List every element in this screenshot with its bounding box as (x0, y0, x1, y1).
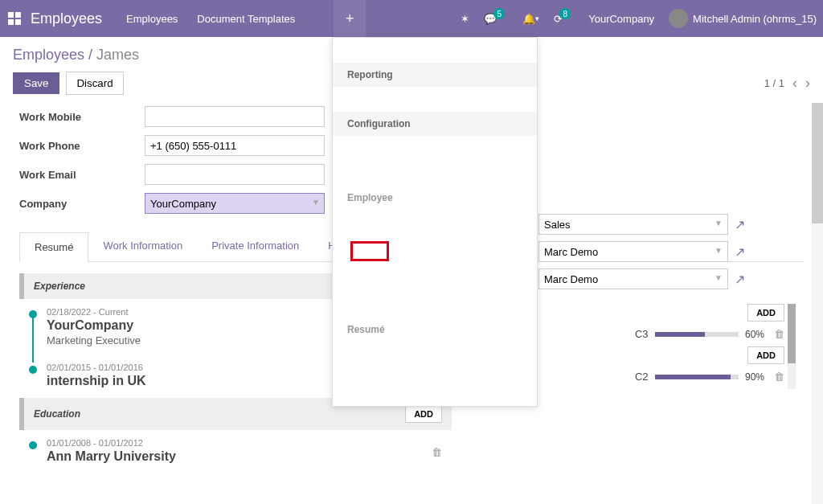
chevron-down-icon[interactable]: ▼ (312, 198, 320, 207)
add-education-button[interactable]: ADD (405, 405, 442, 423)
delete-icon[interactable]: 🗑 (774, 371, 784, 383)
save-button[interactable]: Save (13, 72, 59, 94)
activity-badge: 8 (559, 8, 571, 19)
chat-icon[interactable]: 💬5 (484, 13, 508, 25)
delete-icon[interactable]: 🗑 (774, 328, 784, 340)
skill-add-row: ADD (538, 304, 784, 322)
tab-private-info[interactable]: Private Information (197, 232, 313, 261)
chevron-down-icon[interactable]: ▼ (714, 246, 723, 255)
skill-label: C3 (623, 328, 649, 340)
main-dropdown: Salary Advance To ApproveReportingEmploy… (332, 37, 538, 407)
work-phone-label: Work Phone (19, 140, 145, 152)
pager-prev-icon[interactable]: ‹ (792, 75, 797, 92)
activity-icon[interactable]: ⟳8 (554, 13, 574, 25)
work-mobile-label: Work Mobile (19, 111, 145, 123)
skill-fill (655, 375, 731, 379)
dropdown-item-employee: Employee (333, 186, 537, 210)
discard-button[interactable]: Discard (66, 72, 123, 95)
company-name[interactable]: YourCompany (588, 13, 654, 25)
skill-pct: 60% (745, 329, 774, 340)
bell-icon[interactable]: 🔔▾ (522, 13, 539, 25)
breadcrumb-current: James (96, 47, 139, 63)
skill-add-row: ADD (538, 346, 784, 364)
dropdown-item-job-positions[interactable]: Job Positions (333, 161, 537, 186)
company-input[interactable] (145, 193, 325, 214)
company-label: Company (19, 198, 145, 210)
nav-employees[interactable]: Employees (126, 13, 178, 25)
topbar-right: ✶ 💬5 🔔▾ ⟳8 YourCompany Mitchell Admin (o… (461, 9, 817, 28)
tab-resume[interactable]: Resumé (19, 232, 88, 262)
dropdown-item-skills[interactable]: Skills (333, 235, 537, 268)
avatar (669, 9, 688, 28)
nav-links: Employees Document Templates + (126, 0, 366, 37)
pager: 1 / 1 ‹ › (764, 75, 810, 92)
skill-label: C2 (623, 371, 649, 383)
timeline-dot-icon (29, 441, 37, 449)
skill-bar (655, 375, 739, 379)
add-skill-button[interactable]: ADD (747, 304, 784, 322)
dropdown-item-configuration: Configuration (333, 112, 537, 136)
manager2-input[interactable] (538, 268, 728, 289)
debug-icon[interactable]: ✶ (461, 13, 469, 25)
dropdown-item-resumé: Resumé (333, 318, 537, 342)
work-mobile-input[interactable] (145, 106, 325, 127)
entry-title: Ann Marry University (47, 449, 432, 464)
dropdown-item-settings[interactable]: Settings (333, 136, 537, 161)
education-entry: 01/01/2008 - 01/01/2012 Ann Marry Univer… (19, 430, 452, 473)
right-column: ▼ ↗ ▼ ↗ ▼ ↗ (538, 214, 745, 296)
work-phone-input[interactable] (145, 135, 325, 156)
add-skill-button[interactable]: ADD (747, 346, 784, 364)
dropdown-item-employee-presence[interactable]: Employee Presence (333, 87, 537, 112)
topbar: Employees Employees Document Templates +… (0, 0, 823, 37)
skill-row: C2 90% 🗑 (538, 371, 784, 383)
skills-scrollbar[interactable] (788, 304, 796, 389)
pager-text: 1 / 1 (764, 77, 784, 89)
external-link-icon[interactable]: ↗ (735, 217, 745, 232)
pager-next-icon[interactable]: › (805, 75, 810, 92)
dropdown-item-departments[interactable]: Departments (333, 268, 537, 293)
chevron-down-icon[interactable]: ▼ (714, 273, 723, 282)
skill-fill (655, 332, 706, 337)
app-title: Employees (31, 10, 102, 27)
chevron-down-icon[interactable]: ▼ (714, 219, 723, 227)
dropdown-item-contract-types[interactable]: Contract Types (333, 293, 537, 318)
work-email-label: Work Email (19, 169, 145, 181)
work-email-input[interactable] (145, 164, 325, 185)
delete-icon[interactable]: 🗑 (432, 446, 442, 458)
plus-button[interactable]: + (334, 0, 366, 37)
external-link-icon[interactable]: ↗ (735, 272, 745, 287)
breadcrumb-root[interactable]: Employees (13, 47, 84, 63)
dropdown-item-salary-advance-to-approve[interactable]: Salary Advance To Approve (333, 38, 537, 63)
skill-row: C3 60% 🗑 (538, 328, 784, 340)
dropdown-item-tags[interactable]: Tags (333, 210, 537, 235)
dropdown-item-departure-reasons[interactable]: Departure Reasons (333, 391, 537, 407)
dropdown-item-reporting: Reporting (333, 63, 537, 87)
skill-pct: 90% (745, 371, 774, 383)
dropdown-item-types[interactable]: Types (333, 342, 537, 367)
tab-work-info[interactable]: Work Information (88, 232, 197, 261)
main-scrollbar[interactable] (812, 103, 823, 477)
department-input[interactable] (538, 214, 728, 235)
timeline-dot-icon (29, 366, 37, 374)
user-menu[interactable]: Mitchell Admin (ohrms_15) (669, 9, 817, 28)
skills-panel: ADD C3 60% 🗑 ADD C2 90% 🗑 (538, 304, 784, 389)
nav-doc-templates[interactable]: Document Templates (197, 13, 295, 25)
dropdown-item-work-locations[interactable]: Work Locations (333, 367, 537, 391)
apps-icon[interactable] (6, 10, 23, 27)
manager1-input[interactable] (538, 241, 728, 262)
skill-bar (655, 332, 739, 337)
entry-date: 01/01/2008 - 01/01/2012 (47, 438, 432, 448)
chat-badge: 5 (493, 8, 505, 19)
external-link-icon[interactable]: ↗ (735, 244, 745, 260)
